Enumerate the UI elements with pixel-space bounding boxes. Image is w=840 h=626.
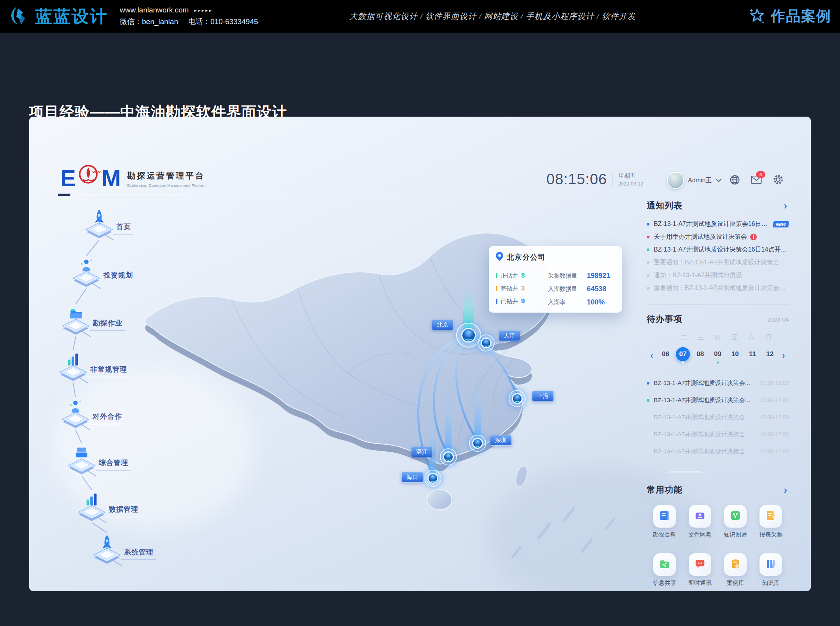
globe-icon[interactable]: [729, 174, 740, 185]
sidebar-item-label: 数据管理: [109, 505, 138, 513]
site-services: 大数据可视化设计 / 软件界面设计 / 网站建设 / 手机及小程序设计 / 软件…: [349, 11, 707, 22]
popup-stat: 入湖数据量 64538: [548, 285, 610, 293]
site-wechat: 微信：ben_lanlan: [120, 17, 178, 27]
avatar[interactable]: [667, 172, 684, 189]
city-label[interactable]: 上海: [532, 391, 554, 401]
portfolio-link[interactable]: 作品案例: [747, 6, 831, 26]
city-label[interactable]: 天津: [499, 330, 520, 341]
status-dot: [647, 416, 649, 419]
city-label[interactable]: 海口: [401, 472, 423, 483]
notice-list: BZ-13-1-A7井测试地质设计决策会16日14点开始 NEW 关于用举办井测…: [647, 218, 789, 295]
app-label: 勘探百科: [653, 531, 676, 539]
todo-item[interactable]: BZ-13-1-A7井测试地质设计决策会 10:30-12:00: [647, 409, 789, 426]
city-marker-icon[interactable]: [469, 435, 486, 452]
todo-text: BZ-13-1-A7井测试地质设计决策会: [654, 430, 756, 439]
notice-item[interactable]: 通知：BZ-13-1-A7井测试地质设: [647, 269, 789, 282]
todo-text: BZ-13-1-A7井测试地质设计决策会...: [654, 379, 756, 387]
notice-item[interactable]: 关于用举办井测试地质设计决策会 !: [647, 231, 789, 243]
todo-item[interactable]: BZ-13-1-A7井测试地质设计决策会 10:30-12:00: [647, 443, 789, 460]
app-glyph-icon: [659, 510, 670, 523]
calendar-day[interactable]: 07: [674, 347, 692, 364]
todo-time: 10:30-12:00: [760, 414, 789, 420]
city-marker-icon[interactable]: [440, 448, 457, 465]
todo-list: BZ-13-1-A7井测试地质设计决策会... 10:30-12:00 BZ-1…: [647, 374, 789, 460]
calendar-day[interactable]: 11: [744, 347, 761, 364]
user-name: Admin王: [688, 177, 712, 185]
todo-item[interactable]: BZ-13-1-A7井测试地质设计决策会... 10:30-12:00: [647, 374, 789, 392]
sidebar-item-label: 对外合作: [93, 413, 122, 420]
app-label: 知识库: [762, 579, 780, 587]
sidebar-item-label: 勘探作业: [93, 319, 122, 327]
todo-time: 10:30-12:00: [760, 431, 789, 437]
status-dot: [647, 287, 649, 290]
notice-item[interactable]: BZ-13-1-A7井测试地质设计决策会16日14点开始！: [647, 243, 789, 256]
calendar-day[interactable]: 08: [691, 347, 709, 364]
sidebar-platform-icon: [65, 442, 98, 477]
todo-text: BZ-13-1-A7井测试地质设计决策会: [654, 413, 756, 421]
notice-text: BZ-13-1-A7井测试地质设计决策会16日14点开始！: [654, 246, 789, 254]
calendar-days: 06 07 08: [657, 347, 779, 364]
calendar-prev-icon[interactable]: ‹: [647, 351, 657, 361]
todo-item[interactable]: BZ-13-1-A7井测试地质设计决策会... 10:30-12:00: [647, 392, 789, 409]
site-phone: 电话：010-63334945: [188, 17, 258, 27]
status-dot: [647, 399, 649, 402]
mail-icon[interactable]: 6: [751, 174, 762, 185]
apps-title: 常用功能: [647, 484, 682, 496]
app-shortcut[interactable]: 知识库: [753, 553, 789, 587]
notice-text: BZ-13-1-A7井测试地质设计决策会16日14点开始: [654, 220, 770, 228]
app-shortcut[interactable]: 勘探百科: [647, 505, 682, 539]
section-divider: [647, 300, 789, 305]
apps-more-chevron-icon[interactable]: ›: [782, 485, 789, 495]
mail-badge: 6: [756, 171, 765, 178]
user-menu[interactable]: Admin王: [667, 172, 722, 189]
calendar-next-icon[interactable]: ›: [779, 351, 789, 361]
notice-text: 通知：BZ-13-1-A7井测试地质设: [654, 271, 742, 280]
app-shortcut[interactable]: 报表采集: [753, 505, 789, 539]
app-shortcut[interactable]: 信息共享: [647, 553, 682, 587]
weekday-label: 四: [709, 334, 726, 342]
app-shortcut[interactable]: 案例库: [718, 553, 753, 587]
status-dot: [647, 274, 649, 277]
notice-item[interactable]: BZ-13-1-A7井测试地质设计决策会16日14点开始 NEW: [647, 218, 789, 231]
section-divider: [647, 469, 789, 474]
app-shortcut[interactable]: 文件网盘: [682, 505, 718, 539]
calendar-day[interactable]: 12: [761, 347, 779, 364]
weekday-label: 六: [743, 334, 760, 342]
todo-item[interactable]: BZ-13-1-A7井测试地质设计决策会 10:30-12:00: [647, 426, 789, 443]
clock-divider: [612, 173, 613, 187]
app-glyph-icon: [694, 558, 706, 571]
app-glyph-icon: [765, 510, 777, 523]
calendar-day[interactable]: 09: [709, 347, 726, 364]
popup-stat: 完钻井 3: [496, 285, 544, 292]
app-label: 案例库: [727, 579, 744, 587]
app-shortcut[interactable]: 即时通讯: [682, 553, 718, 587]
hainan-island: [427, 490, 452, 510]
clock-time: 08:15:06: [546, 171, 607, 188]
gear-icon[interactable]: [773, 174, 784, 185]
arrow-decoration: ▸▸▸▸▸: [194, 7, 213, 13]
notice-item[interactable]: 重要通知：BZ-13-1-A7井测试地质设计决策会16日14...: [647, 256, 789, 269]
calendar-day[interactable]: 10: [726, 347, 744, 364]
city-marker-icon[interactable]: [478, 334, 495, 351]
site-url[interactable]: www.lanlanwork.com: [120, 6, 189, 14]
portfolio-label: 作品案例: [771, 7, 831, 26]
status-dot: [647, 450, 649, 453]
city-label[interactable]: 深圳: [490, 435, 512, 446]
app-label: 信息共享: [653, 579, 676, 587]
notice-more-chevron-icon[interactable]: ›: [782, 201, 789, 211]
weekday-label: 三: [692, 334, 709, 342]
calendar-day[interactable]: 06: [657, 347, 674, 364]
city-marker-icon[interactable]: [424, 470, 441, 487]
app-shortcut[interactable]: 知识图谱: [718, 505, 753, 539]
clock-weekday: 星期五: [618, 172, 643, 180]
site-logo[interactable]: 蓝蓝设计: [9, 5, 108, 28]
city-label[interactable]: 北京: [432, 320, 453, 330]
todo-text: BZ-13-1-A7井测试地质设计决策会: [654, 448, 756, 456]
city-label[interactable]: 湛江: [411, 447, 433, 457]
city-marker-icon[interactable]: [509, 390, 526, 407]
notice-item[interactable]: 重要通知：BZ-13-1-A7井测试地质设计决策会16日14...: [647, 282, 789, 295]
status-dot: [647, 261, 649, 264]
todo-time: 10:30-12:00: [760, 380, 789, 386]
lanlan-logo-icon: [9, 5, 30, 28]
sidebar-item-label: 综合管理: [99, 459, 128, 467]
